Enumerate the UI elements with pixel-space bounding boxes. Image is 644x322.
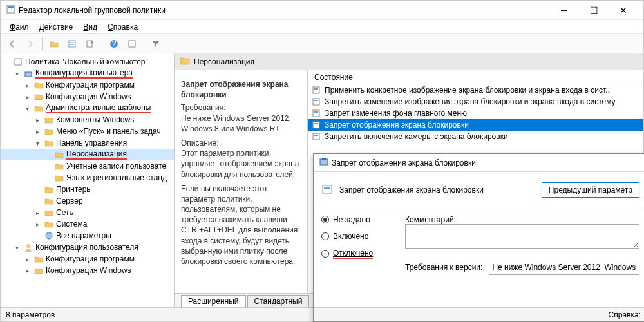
svg-rect-5 [87,41,92,47]
svg-rect-0 [7,5,15,13]
tree-root[interactable]: Политика "Локальный компьютер" [1,56,174,68]
tree-network[interactable]: ▸Сеть [1,207,174,218]
radio-disabled[interactable]: Отключено [321,249,405,259]
dialog-statusbar: Справка: [314,307,644,321]
list-icon[interactable] [64,36,80,52]
svg-rect-20 [314,123,318,124]
tree-printers[interactable]: Принтеры [1,184,174,195]
tree-soft-config2[interactable]: ▸Конфигурация программ [1,253,174,265]
svg-rect-8 [129,41,135,47]
tree-server[interactable]: Сервер [1,195,174,207]
svg-rect-26 [324,187,330,189]
setting-row[interactable]: Запрет изменения фона главного меню [308,108,643,119]
svg-rect-24 [322,158,326,160]
svg-rect-13 [313,87,319,93]
export-icon[interactable] [82,36,98,52]
req-field[interactable] [489,260,639,275]
svg-rect-23 [320,159,328,165]
svg-rect-18 [314,111,318,113]
tree-admin-tpl[interactable]: ▾Административные шаблоны [1,102,174,114]
setting-row[interactable]: Запретить изменение изображения экрана б… [308,96,643,108]
setting-row-selected[interactable]: Запрет отображения экрана блокировки [308,119,643,131]
tree-user-accounts[interactable]: Учетные записи пользовате [1,160,174,172]
svg-rect-17 [313,110,319,117]
tree-all-params[interactable]: Все параметры [1,230,174,242]
prev-setting-button[interactable]: Предыдущий параметр [542,182,639,198]
window-title: Редактор локальной групповой политики [16,6,549,15]
menu-action[interactable]: Действие [35,21,77,33]
column-state[interactable]: Состояние [308,70,643,84]
dialog-help-label: Справка: [609,310,641,319]
tree-user-config[interactable]: ▾Конфигурация пользователя [1,242,174,253]
status-text: 8 параметров [6,310,55,319]
tree-win-comp[interactable]: ▸Компоненты Windows [1,114,174,126]
svg-rect-16 [314,100,318,101]
tree-win-config[interactable]: ▸Конфигурация Windows [1,91,174,102]
maximize-button[interactable]: ☐ [579,1,609,20]
dialog-icon [319,156,329,169]
svg-rect-15 [313,99,319,105]
svg-point-12 [26,244,30,248]
menu-help[interactable]: Справка [104,21,142,33]
menubar: Файл Действие Вид Справка [1,20,643,34]
tab-extended[interactable]: Расширенный [181,295,246,308]
dialog-titlebar: Запрет отображения экрана блокировки [314,154,644,172]
svg-text:?: ? [112,39,117,48]
svg-rect-9 [15,59,21,65]
setting-row[interactable]: Применить конкретное изображение экрана … [308,84,643,96]
svg-rect-19 [313,122,319,128]
setting-row[interactable]: Запретить включение камеры с экрана блок… [308,131,643,142]
svg-rect-10 [25,72,32,77]
detail-pane: Запрет отображения экрана блокировки Тре… [175,70,307,293]
radio-not-configured[interactable]: Не задано [321,215,405,224]
toolbar: ? [1,34,643,53]
svg-rect-22 [314,135,318,136]
dialog-title: Запрет отображения экрана блокировки [329,158,642,167]
help-icon[interactable]: ? [106,36,122,52]
svg-rect-14 [314,88,318,90]
close-button[interactable]: ✕ [609,1,638,20]
back-button[interactable] [5,36,20,52]
minimize-button[interactable]: ─ [549,1,579,20]
svg-rect-1 [8,6,14,8]
svg-rect-25 [323,185,332,193]
setting-title: Запрет отображения экрана блокировки [181,80,289,99]
comment-label: Комментарий: [405,215,639,224]
right-header-text: Персонализация [194,57,254,66]
folder-icon [180,56,190,67]
comment-field[interactable] [405,224,639,249]
tree-ctrl-panel[interactable]: ▾Панель управления [1,137,174,149]
tree-lang-regional[interactable]: Язык и региональные станд [1,172,174,184]
tree-system[interactable]: ▸Система [1,218,174,230]
dialog-heading-icon [321,184,333,197]
tree-win-config2[interactable]: ▸Конфигурация Windows [1,265,174,276]
radio-enabled[interactable]: Включено [321,232,405,241]
right-header: Персонализация [175,53,643,70]
tree-start-menu[interactable]: ▸Меню «Пуск» и панель задач [1,126,174,137]
folder-up-icon[interactable] [46,36,62,52]
props-icon[interactable] [124,36,140,52]
tree-personalization[interactable]: Персонализация [1,149,174,160]
app-icon [6,4,16,16]
tree-soft-config[interactable]: ▸Конфигурация программ [1,79,174,91]
filter-icon[interactable] [148,36,164,52]
dialog-heading: Запрет отображения экрана блокировки [339,185,484,194]
tab-standard[interactable]: Стандартный [247,295,310,308]
menu-view[interactable]: Вид [79,21,101,33]
tree-pane[interactable]: Политика "Локальный компьютер" ▾Конфигур… [1,53,175,307]
req-label: Требования к версии: [405,263,482,272]
svg-rect-2 [69,41,75,47]
svg-rect-21 [313,133,319,140]
tree-comp-config[interactable]: ▾Конфигурация компьютера [1,68,174,79]
policy-dialog: Запрет отображения экрана блокировки Зап… [313,153,644,322]
menu-file[interactable]: Файл [6,21,33,33]
forward-button[interactable] [23,36,38,52]
svg-point-11 [46,232,52,239]
titlebar: Редактор локальной групповой политики ─ … [1,1,643,20]
